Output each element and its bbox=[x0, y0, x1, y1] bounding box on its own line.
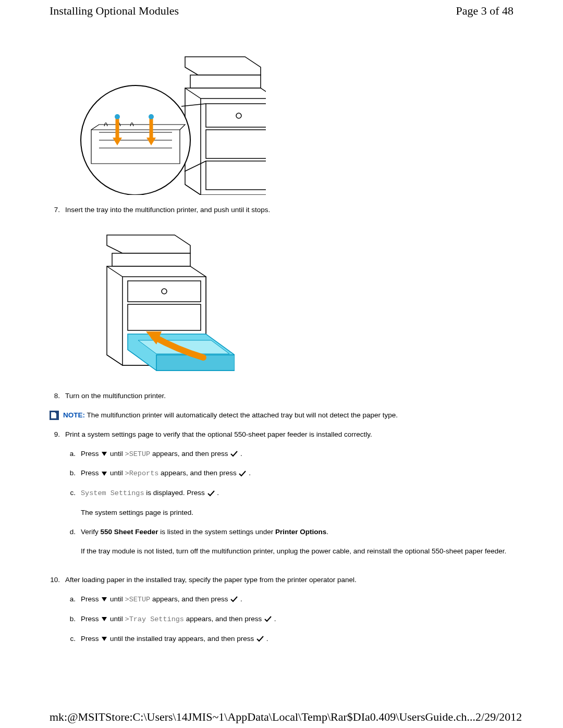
svg-point-10 bbox=[115, 114, 120, 119]
note-icon bbox=[50, 411, 59, 420]
step-text: Turn on the multifunction printer. bbox=[65, 391, 513, 401]
footer-date: 2/29/2012 bbox=[475, 710, 522, 724]
svg-marker-26 bbox=[102, 617, 107, 621]
figure-printer-tray bbox=[78, 225, 513, 381]
step-text: Print a system settings page to verify t… bbox=[65, 430, 513, 566]
down-arrow-icon bbox=[101, 636, 107, 641]
svg-marker-24 bbox=[102, 472, 107, 476]
substep-text: Press until >SETUP appears, and then pre… bbox=[81, 595, 513, 605]
substep-number: c. bbox=[65, 488, 81, 518]
substep-text: Verify 550 Sheet Feeder is listed in the… bbox=[81, 527, 513, 557]
figure-printer-zoom bbox=[68, 39, 513, 195]
svg-marker-23 bbox=[102, 452, 107, 456]
check-icon bbox=[207, 490, 215, 497]
substep-text: System Settings is displayed. Press . Th… bbox=[81, 488, 513, 518]
step-text: After loading paper in the installed tra… bbox=[65, 575, 513, 653]
step-number: 7. bbox=[50, 205, 65, 215]
svg-point-12 bbox=[149, 114, 154, 119]
svg-rect-5 bbox=[206, 161, 266, 190]
svg-marker-27 bbox=[102, 637, 107, 641]
substep-number: b. bbox=[65, 614, 81, 625]
svg-rect-19 bbox=[128, 304, 201, 330]
footer-path: mk:@MSITStore:C:\Users\14JMIS~1\AppData\… bbox=[50, 710, 475, 724]
svg-rect-4 bbox=[206, 130, 266, 158]
step-text: Insert the tray into the multifunction p… bbox=[65, 205, 513, 215]
page-title: Installing Optional Modules bbox=[50, 4, 179, 18]
down-arrow-icon bbox=[101, 616, 107, 622]
step-number: 8. bbox=[50, 391, 65, 401]
step-number: 9. bbox=[50, 430, 65, 566]
substep-text: Press until >Reports appears, and then p… bbox=[81, 468, 513, 479]
svg-marker-25 bbox=[102, 597, 107, 601]
substep-number: c. bbox=[65, 634, 81, 644]
check-icon bbox=[239, 471, 246, 477]
substep-text: Press until >Tray Settings appears, and … bbox=[81, 614, 513, 625]
check-icon bbox=[264, 616, 272, 622]
substep-number: a. bbox=[65, 449, 81, 460]
svg-rect-17 bbox=[128, 281, 201, 302]
check-icon bbox=[256, 636, 264, 642]
down-arrow-icon bbox=[101, 471, 107, 476]
svg-rect-0 bbox=[190, 75, 261, 88]
substep-number: a. bbox=[65, 595, 81, 605]
substep-number: b. bbox=[65, 468, 81, 479]
check-icon bbox=[230, 451, 238, 457]
substep-text: Press until the installed tray appears, … bbox=[81, 634, 513, 644]
substep-number: d. bbox=[65, 527, 81, 557]
step-number: 10. bbox=[50, 575, 65, 653]
substep-text: Press until >SETUP appears, and then pre… bbox=[81, 449, 513, 460]
down-arrow-icon bbox=[101, 597, 107, 602]
page-indicator: Page 3 of 48 bbox=[456, 4, 513, 18]
note-text: NOTE: The multifunction printer will aut… bbox=[63, 411, 398, 421]
down-arrow-icon bbox=[101, 451, 107, 456]
check-icon bbox=[230, 596, 238, 602]
svg-rect-15 bbox=[112, 253, 190, 266]
